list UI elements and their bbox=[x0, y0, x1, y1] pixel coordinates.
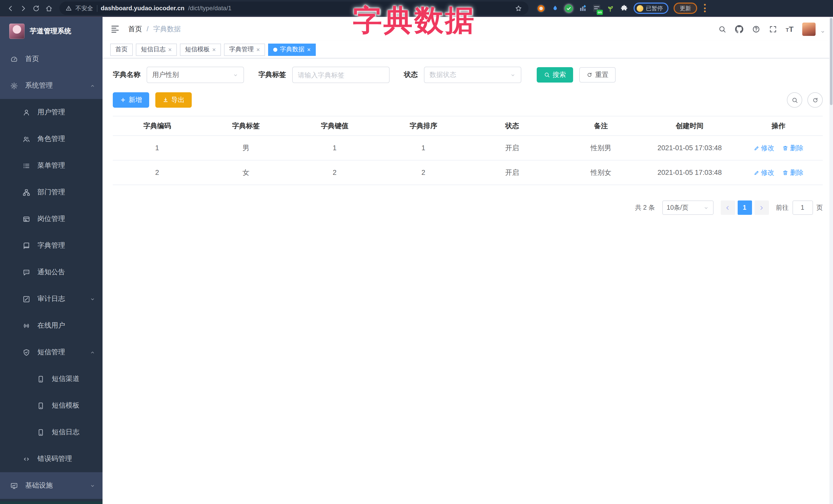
sidebar-item-sms-template[interactable]: 短信模板 bbox=[0, 392, 102, 419]
sidebar-item-department-management[interactable]: 部门管理 bbox=[0, 179, 102, 206]
table-row: 1 男 1 1 开启 性别男 2021-01-05 17:03:48 修改 删除 bbox=[113, 136, 823, 160]
close-icon[interactable]: × bbox=[212, 46, 216, 52]
arrow-left-icon bbox=[725, 205, 731, 211]
close-icon[interactable]: × bbox=[256, 46, 260, 52]
magnifier-icon bbox=[544, 72, 550, 78]
sidebar-item-user-management[interactable]: 用户管理 bbox=[0, 99, 102, 126]
tab-dict-management[interactable]: 字典管理 × bbox=[224, 43, 265, 56]
logo-image bbox=[9, 24, 25, 39]
chevron-down-icon bbox=[90, 296, 95, 302]
browser-back-button[interactable] bbox=[4, 2, 17, 15]
page-number-button[interactable]: 1 bbox=[737, 200, 752, 215]
bookmark-star-icon[interactable] bbox=[515, 4, 522, 12]
browser-forward-button[interactable] bbox=[17, 2, 30, 15]
extension-proxy-icon[interactable]: on bbox=[592, 4, 601, 13]
table-toolbar: 新增 导出 bbox=[113, 92, 823, 108]
col-dict-code: 字典编码 bbox=[113, 116, 201, 136]
delete-link[interactable]: 删除 bbox=[783, 168, 804, 177]
extension-orange-icon[interactable] bbox=[537, 4, 545, 13]
sidebar-item-audit-log[interactable]: 审计日志 bbox=[0, 286, 102, 312]
goto-page-input[interactable] bbox=[792, 200, 813, 215]
status-select[interactable]: 数据状态 bbox=[424, 67, 521, 83]
sidebar-item-sms-channel[interactable]: 短信渠道 bbox=[0, 365, 102, 392]
prev-page-button[interactable] bbox=[720, 200, 735, 215]
sidebar-item-home[interactable]: 首页 bbox=[0, 46, 102, 72]
sidebar-item-system-management[interactable]: 系统管理 bbox=[0, 72, 102, 99]
sidebar-item-sms-management[interactable]: 短信管理 bbox=[0, 339, 102, 365]
sidebar-item-sms-log[interactable]: 短信日志 bbox=[0, 419, 102, 446]
extensions-puzzle-icon[interactable] bbox=[620, 4, 628, 13]
edit-link[interactable]: 修改 bbox=[753, 143, 774, 152]
sidebar-item-notice-announcement[interactable]: 通知公告 bbox=[0, 259, 102, 286]
cell-label: 女 bbox=[201, 160, 290, 185]
tab-sms-template[interactable]: 短信模板 × bbox=[180, 43, 221, 56]
url-path: /dict/type/data/1 bbox=[188, 5, 232, 12]
search-icon[interactable] bbox=[718, 25, 726, 33]
delete-label: 删除 bbox=[790, 168, 804, 177]
extension-on-badge: on bbox=[597, 10, 603, 15]
sidebar-logo[interactable]: 芋道管理系统 bbox=[0, 17, 102, 46]
chevron-down-icon bbox=[233, 72, 238, 78]
edit-link[interactable]: 修改 bbox=[753, 168, 774, 177]
extension-green-check-icon[interactable] bbox=[564, 4, 573, 13]
sidebar-item-label: 短信管理 bbox=[38, 347, 65, 357]
emoji-avatar-icon bbox=[637, 5, 643, 11]
dashboard-icon bbox=[10, 55, 18, 63]
cell-created-at: 2021-01-05 17:03:48 bbox=[645, 136, 734, 160]
chevron-down-icon[interactable] bbox=[820, 29, 825, 34]
next-page-button[interactable] bbox=[754, 200, 769, 215]
search-button[interactable]: 搜索 bbox=[537, 67, 573, 82]
extension-chart-icon[interactable] bbox=[578, 4, 587, 13]
sidebar-item-role-management[interactable]: 角色管理 bbox=[0, 126, 102, 152]
sidebar-item-online-users[interactable]: 在线用户 bbox=[0, 312, 102, 339]
delete-link[interactable]: 删除 bbox=[783, 143, 804, 152]
font-size-icon[interactable]: TT bbox=[786, 25, 793, 33]
goto-page: 前往 页 bbox=[776, 200, 823, 215]
fullscreen-icon[interactable] bbox=[769, 25, 777, 33]
browser-update-button[interactable]: 更新 bbox=[673, 3, 697, 14]
dict-tag-input[interactable] bbox=[292, 67, 389, 83]
browser-reload-button[interactable] bbox=[30, 2, 43, 15]
tab-label: 字典管理 bbox=[229, 45, 254, 54]
extension-droplet-icon[interactable] bbox=[551, 4, 559, 13]
gear-icon bbox=[10, 82, 18, 90]
add-button[interactable]: 新增 bbox=[113, 92, 149, 108]
cell-actions: 修改 删除 bbox=[734, 160, 823, 185]
sidebar-item-menu-management[interactable]: 菜单管理 bbox=[0, 152, 102, 179]
reset-button[interactable]: 重置 bbox=[579, 67, 616, 82]
sidebar-item-infrastructure[interactable]: 基础设施 bbox=[0, 472, 102, 499]
breadcrumb-home[interactable]: 首页 bbox=[128, 24, 142, 33]
col-remark: 备注 bbox=[556, 116, 645, 136]
user-avatar[interactable] bbox=[802, 22, 815, 35]
navbar-actions: TT bbox=[718, 22, 825, 35]
toggle-search-button[interactable] bbox=[787, 92, 802, 108]
download-icon bbox=[163, 97, 169, 103]
tab-dict-data[interactable]: 字典数据 × bbox=[268, 43, 316, 56]
page-scrollbar[interactable] bbox=[829, 17, 833, 504]
paused-badge[interactable]: 已暂停 bbox=[634, 3, 668, 14]
sidebar-item-dict-management[interactable]: 字典管理 bbox=[0, 232, 102, 259]
cell-remark: 性别男 bbox=[556, 136, 645, 160]
github-icon[interactable] bbox=[735, 25, 743, 33]
page-size-select[interactable]: 10条/页 bbox=[662, 200, 713, 215]
export-button[interactable]: 导出 bbox=[155, 92, 192, 108]
cell-code: 1 bbox=[113, 136, 201, 160]
close-icon[interactable]: × bbox=[307, 46, 311, 52]
sidebar-item-label: 系统管理 bbox=[25, 81, 53, 90]
hamburger-icon[interactable] bbox=[110, 24, 120, 34]
extension-sprout-icon[interactable] bbox=[606, 4, 615, 13]
help-icon[interactable] bbox=[752, 25, 760, 33]
tab-home[interactable]: 首页 bbox=[110, 43, 133, 56]
scrollbar-thumb[interactable] bbox=[830, 18, 832, 105]
sidebar-item-error-code-management[interactable]: 错误码管理 bbox=[0, 446, 102, 472]
tab-sms-log[interactable]: 短信日志 × bbox=[136, 43, 177, 56]
dict-data-table: 字典编码 字典标签 字典键值 字典排序 状态 备注 创建时间 操作 1 bbox=[113, 116, 823, 185]
sidebar-item-post-management[interactable]: 岗位管理 bbox=[0, 206, 102, 232]
refresh-table-button[interactable] bbox=[807, 92, 823, 108]
col-status: 状态 bbox=[468, 116, 556, 136]
dict-name-select[interactable]: 用户性别 bbox=[147, 67, 244, 83]
browser-menu-icon[interactable]: ••• bbox=[702, 3, 708, 13]
cell-label: 男 bbox=[201, 136, 290, 160]
close-icon[interactable]: × bbox=[168, 46, 172, 52]
browser-home-button[interactable] bbox=[43, 2, 55, 15]
